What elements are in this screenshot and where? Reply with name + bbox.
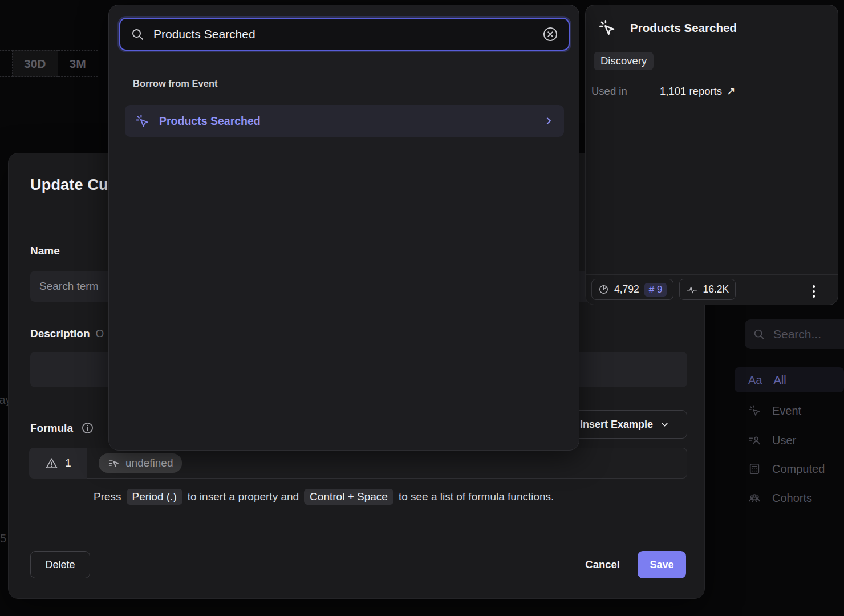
borrow-from-event-heading: Borrow from Event [133,78,218,89]
sidebar-item-label: Computed [772,463,825,476]
clipped-background-number: 5 [0,532,6,545]
formula-label: Formula [30,422,73,435]
search-icon [753,328,765,341]
sidebar-search-field[interactable] [745,319,844,349]
cohorts-icon [748,492,761,504]
background-divider-3 [0,374,8,374]
formula-editor: 1 undefined [29,448,687,479]
event-icon [748,404,761,417]
sidebar-item-cohorts[interactable]: Cohorts [735,485,844,510]
event-icon [135,114,149,128]
control-space-kbd: Control + Space [304,489,393,505]
activity-icon [686,284,697,295]
insert-example-button[interactable]: Insert Example [562,410,687,439]
event-detail-card: Products Searched Discovery Used in 1,10… [585,5,838,305]
sidebar-item-label: All [773,374,786,387]
time-range-3m[interactable]: 3M [58,50,98,77]
overlay-search-input[interactable] [153,27,533,41]
chevron-right-icon [543,116,554,126]
sidebar-item-event[interactable]: Event [735,398,844,423]
hint-text: Press [94,491,121,503]
category-badge: Discovery [594,52,654,70]
event-volume-value: 16.2K [703,283,729,295]
formula-error-counter: 1 [29,448,87,479]
name-label: Name [30,245,60,257]
hint-text: to insert a property and [188,491,299,503]
event-rank-badge: # 9 [644,283,667,297]
time-range-30d[interactable]: 30D [13,50,58,77]
borrow-property-overlay: Borrow from Event Products Searched [108,5,579,451]
formula-input[interactable]: undefined [87,448,687,479]
cancel-button[interactable]: Cancel [585,558,620,571]
formula-token-chip[interactable]: undefined [99,453,182,473]
external-link-arrow-icon: ↗ [727,85,736,98]
chevron-down-icon [660,420,669,429]
reports-count: 1,101 reports [660,85,722,98]
search-icon [131,27,144,41]
background-divider [0,123,114,123]
property-icon [108,457,120,469]
text-type-icon: Aa [748,374,762,387]
warning-icon [45,457,58,470]
page-top-divider [0,3,844,3]
event-result-row[interactable]: Products Searched [125,105,564,137]
card-footer-divider [586,274,838,275]
sidebar-item-label: Event [772,404,801,418]
save-button[interactable]: Save [638,551,686,578]
computed-icon [748,463,761,475]
close-circle-icon [542,26,558,42]
event-count-pill[interactable]: 4,792 # 9 [591,279,673,300]
modal-title: Update Cu [30,176,108,194]
info-icon[interactable] [81,422,94,435]
background-divider-4 [0,432,8,432]
formula-hint: Press Period (.) to insert a property an… [94,489,554,505]
user-icon [748,434,761,447]
description-label: Description [30,327,90,339]
more-options-button[interactable] [807,283,821,300]
delete-button[interactable]: Delete [30,551,90,578]
used-in-label: Used in [591,85,627,98]
event-count-value: 4,792 [614,283,639,295]
time-range-selector: D 30D 3M [0,50,98,77]
sidebar-search-input[interactable] [773,327,830,341]
sidebar-item-all[interactable]: Aa All [735,367,844,392]
error-count: 1 [65,457,71,469]
background-divider-2 [707,570,731,570]
hint-text: to see a list of formula functions. [399,491,554,503]
insert-example-label: Insert Example [580,419,653,431]
event-volume-pill[interactable]: 16.2K [679,279,736,300]
sidebar-item-computed[interactable]: Computed [735,456,844,481]
time-range-7d[interactable]: D [0,50,13,77]
description-optional-label: O [96,327,104,339]
period-kbd: Period (.) [127,489,182,505]
event-result-label: Products Searched [159,115,534,128]
event-card-title: Products Searched [630,21,737,35]
clear-search-button[interactable] [542,26,558,42]
pie-chart-icon [598,284,609,295]
formula-token-label: undefined [125,457,173,469]
event-icon [598,19,616,37]
sidebar-item-label: User [772,434,796,447]
sidebar-item-label: Cohorts [772,492,812,505]
overlay-search-field [119,18,570,51]
sidebar-item-user[interactable]: User [735,428,844,453]
property-type-sidebar: Aa All Event User Computed Cohorts [731,308,844,548]
used-in-reports-link[interactable]: 1,101 reports ↗ [660,85,736,98]
